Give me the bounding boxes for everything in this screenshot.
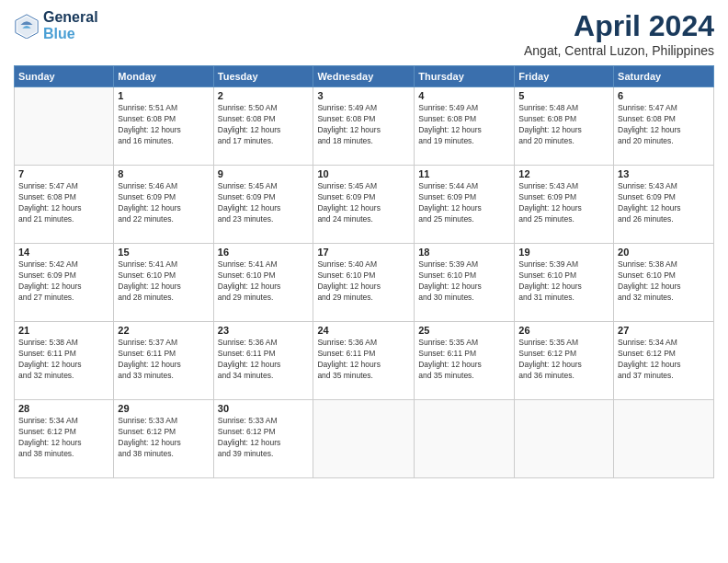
- day-number: 24: [317, 325, 410, 336]
- logo-icon: [14, 13, 40, 39]
- header-saturday: Saturday: [614, 66, 714, 87]
- calendar-table: Sunday Monday Tuesday Wednesday Thursday…: [14, 65, 714, 478]
- day-number: 27: [618, 325, 710, 336]
- logo-line1: General: [43, 9, 98, 26]
- table-row: 5Sunrise: 5:48 AM Sunset: 6:08 PM Daylig…: [515, 87, 614, 166]
- logo-line2: Blue: [43, 26, 98, 42]
- table-row: 6Sunrise: 5:47 AM Sunset: 6:08 PM Daylig…: [614, 87, 714, 166]
- day-info: Sunrise: 5:39 AM Sunset: 6:10 PM Dayligh…: [518, 259, 609, 304]
- table-row: 2Sunrise: 5:50 AM Sunset: 6:08 PM Daylig…: [213, 87, 313, 166]
- table-row: 10Sunrise: 5:45 AM Sunset: 6:09 PM Dayli…: [313, 166, 415, 244]
- day-info: Sunrise: 5:45 AM Sunset: 6:09 PM Dayligh…: [218, 181, 310, 225]
- day-number: 10: [317, 168, 410, 179]
- table-row: 12Sunrise: 5:43 AM Sunset: 6:09 PM Dayli…: [515, 166, 614, 244]
- table-row: 4Sunrise: 5:49 AM Sunset: 6:08 PM Daylig…: [415, 87, 515, 166]
- table-row: [415, 400, 515, 478]
- calendar-page: General Blue April 2024 Angat, Central L…: [0, 0, 728, 563]
- weekday-header-row: Sunday Monday Tuesday Wednesday Thursday…: [15, 66, 714, 87]
- day-info: Sunrise: 5:33 AM Sunset: 6:12 PM Dayligh…: [218, 416, 310, 460]
- table-row: 22Sunrise: 5:37 AM Sunset: 6:11 PM Dayli…: [114, 322, 213, 400]
- month-title: April 2024: [524, 9, 714, 43]
- table-row: 26Sunrise: 5:35 AM Sunset: 6:12 PM Dayli…: [515, 322, 614, 400]
- header-monday: Monday: [114, 66, 213, 87]
- day-info: Sunrise: 5:50 AM Sunset: 6:08 PM Dayligh…: [218, 103, 310, 147]
- table-row: 18Sunrise: 5:39 AM Sunset: 6:10 PM Dayli…: [415, 244, 515, 322]
- day-info: Sunrise: 5:36 AM Sunset: 6:11 PM Dayligh…: [317, 338, 410, 382]
- day-number: 7: [18, 168, 109, 179]
- day-info: Sunrise: 5:46 AM Sunset: 6:09 PM Dayligh…: [118, 181, 209, 225]
- day-info: Sunrise: 5:38 AM Sunset: 6:10 PM Dayligh…: [618, 259, 710, 304]
- day-info: Sunrise: 5:43 AM Sunset: 6:09 PM Dayligh…: [618, 181, 710, 225]
- table-row: 14Sunrise: 5:42 AM Sunset: 6:09 PM Dayli…: [15, 244, 114, 322]
- table-row: 3Sunrise: 5:49 AM Sunset: 6:08 PM Daylig…: [313, 87, 415, 166]
- day-number: 1: [118, 90, 209, 101]
- table-row: 9Sunrise: 5:45 AM Sunset: 6:09 PM Daylig…: [213, 166, 313, 244]
- table-row: 19Sunrise: 5:39 AM Sunset: 6:10 PM Dayli…: [515, 244, 614, 322]
- day-info: Sunrise: 5:40 AM Sunset: 6:10 PM Dayligh…: [317, 259, 410, 304]
- location-title: Angat, Central Luzon, Philippines: [524, 43, 714, 58]
- day-number: 11: [418, 168, 510, 179]
- table-row: 23Sunrise: 5:36 AM Sunset: 6:11 PM Dayli…: [213, 322, 313, 400]
- table-row: 25Sunrise: 5:35 AM Sunset: 6:11 PM Dayli…: [415, 322, 515, 400]
- day-info: Sunrise: 5:44 AM Sunset: 6:09 PM Dayligh…: [418, 181, 510, 225]
- day-number: 30: [218, 403, 310, 414]
- table-row: 17Sunrise: 5:40 AM Sunset: 6:10 PM Dayli…: [313, 244, 415, 322]
- day-number: 9: [218, 168, 310, 179]
- day-info: Sunrise: 5:41 AM Sunset: 6:10 PM Dayligh…: [118, 259, 209, 304]
- day-info: Sunrise: 5:43 AM Sunset: 6:09 PM Dayligh…: [518, 181, 609, 225]
- table-row: [614, 400, 714, 478]
- day-info: Sunrise: 5:48 AM Sunset: 6:08 PM Dayligh…: [518, 103, 609, 147]
- day-info: Sunrise: 5:33 AM Sunset: 6:12 PM Dayligh…: [118, 416, 209, 460]
- day-number: 22: [118, 325, 209, 336]
- day-info: Sunrise: 5:49 AM Sunset: 6:08 PM Dayligh…: [317, 103, 410, 147]
- header-friday: Friday: [515, 66, 614, 87]
- title-block: April 2024 Angat, Central Luzon, Philipp…: [524, 9, 714, 58]
- day-info: Sunrise: 5:35 AM Sunset: 6:12 PM Dayligh…: [518, 338, 609, 382]
- day-number: 18: [418, 247, 510, 258]
- day-number: 16: [218, 247, 310, 258]
- header-wednesday: Wednesday: [313, 66, 415, 87]
- day-number: 6: [618, 90, 710, 101]
- day-number: 12: [518, 168, 609, 179]
- day-number: 2: [218, 90, 310, 101]
- table-row: 13Sunrise: 5:43 AM Sunset: 6:09 PM Dayli…: [614, 166, 714, 244]
- day-number: 19: [518, 247, 609, 258]
- day-number: 14: [18, 247, 109, 258]
- table-row: 1Sunrise: 5:51 AM Sunset: 6:08 PM Daylig…: [114, 87, 213, 166]
- day-info: Sunrise: 5:42 AM Sunset: 6:09 PM Dayligh…: [18, 259, 109, 304]
- table-row: 30Sunrise: 5:33 AM Sunset: 6:12 PM Dayli…: [213, 400, 313, 478]
- table-row: 28Sunrise: 5:34 AM Sunset: 6:12 PM Dayli…: [15, 400, 114, 478]
- week-row-3: 14Sunrise: 5:42 AM Sunset: 6:09 PM Dayli…: [15, 244, 714, 322]
- day-number: 28: [18, 403, 109, 414]
- day-info: Sunrise: 5:39 AM Sunset: 6:10 PM Dayligh…: [418, 259, 510, 304]
- week-row-5: 28Sunrise: 5:34 AM Sunset: 6:12 PM Dayli…: [15, 400, 714, 478]
- week-row-1: 1Sunrise: 5:51 AM Sunset: 6:08 PM Daylig…: [15, 87, 714, 166]
- day-number: 20: [618, 247, 710, 258]
- day-number: 23: [218, 325, 310, 336]
- day-info: Sunrise: 5:35 AM Sunset: 6:11 PM Dayligh…: [418, 338, 510, 382]
- day-number: 4: [418, 90, 510, 101]
- table-row: 20Sunrise: 5:38 AM Sunset: 6:10 PM Dayli…: [614, 244, 714, 322]
- day-number: 5: [518, 90, 609, 101]
- table-row: [15, 87, 114, 166]
- day-number: 21: [18, 325, 109, 336]
- table-row: [515, 400, 614, 478]
- table-row: 16Sunrise: 5:41 AM Sunset: 6:10 PM Dayli…: [213, 244, 313, 322]
- table-row: 24Sunrise: 5:36 AM Sunset: 6:11 PM Dayli…: [313, 322, 415, 400]
- header-sunday: Sunday: [15, 66, 114, 87]
- day-info: Sunrise: 5:37 AM Sunset: 6:11 PM Dayligh…: [118, 338, 209, 382]
- day-info: Sunrise: 5:47 AM Sunset: 6:08 PM Dayligh…: [618, 103, 710, 147]
- table-row: 27Sunrise: 5:34 AM Sunset: 6:12 PM Dayli…: [614, 322, 714, 400]
- header: General Blue April 2024 Angat, Central L…: [14, 9, 714, 58]
- day-info: Sunrise: 5:45 AM Sunset: 6:09 PM Dayligh…: [317, 181, 410, 225]
- table-row: 7Sunrise: 5:47 AM Sunset: 6:08 PM Daylig…: [15, 166, 114, 244]
- table-row: 11Sunrise: 5:44 AM Sunset: 6:09 PM Dayli…: [415, 166, 515, 244]
- day-number: 26: [518, 325, 609, 336]
- table-row: 21Sunrise: 5:38 AM Sunset: 6:11 PM Dayli…: [15, 322, 114, 400]
- day-number: 25: [418, 325, 510, 336]
- table-row: 29Sunrise: 5:33 AM Sunset: 6:12 PM Dayli…: [114, 400, 213, 478]
- day-info: Sunrise: 5:38 AM Sunset: 6:11 PM Dayligh…: [18, 338, 109, 382]
- day-info: Sunrise: 5:34 AM Sunset: 6:12 PM Dayligh…: [618, 338, 710, 382]
- table-row: 8Sunrise: 5:46 AM Sunset: 6:09 PM Daylig…: [114, 166, 213, 244]
- header-tuesday: Tuesday: [213, 66, 313, 87]
